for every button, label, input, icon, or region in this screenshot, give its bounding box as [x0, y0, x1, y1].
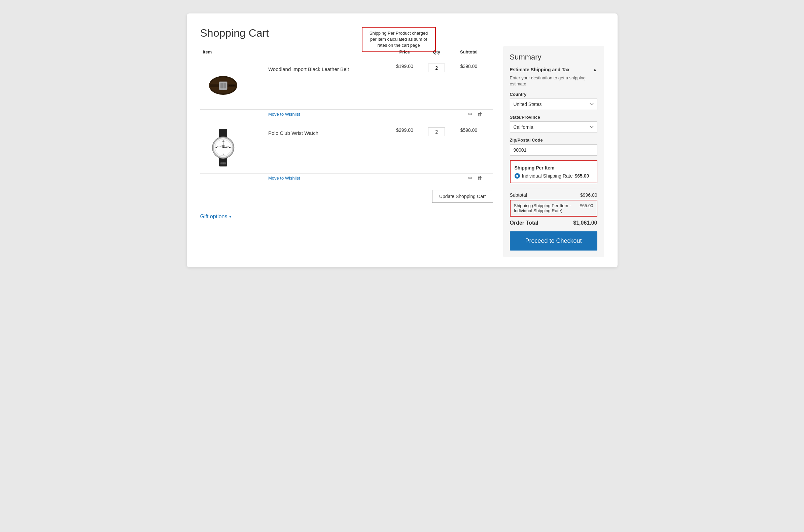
subtotal-label: Subtotal — [510, 192, 527, 198]
summary-title: Summary — [510, 53, 597, 61]
belt-qty-input[interactable] — [428, 63, 445, 72]
shipping-per-item-title: Shipping Per Item — [515, 165, 593, 171]
watch-delete-icon[interactable]: 🗑 — [477, 175, 482, 181]
col-item-header: Item — [200, 46, 389, 58]
belt-qty-cell — [421, 58, 452, 110]
gift-options-toggle[interactable]: Gift options ▾ — [200, 213, 493, 220]
main-layout: Item Price Qty Subtotal — [200, 46, 604, 257]
order-total-label: Order Total — [510, 220, 538, 226]
country-label: Country — [510, 92, 597, 97]
belt-svg — [206, 67, 240, 100]
belt-name: Woodland Import Black Leather Belt — [268, 63, 386, 72]
zip-input[interactable] — [510, 144, 597, 156]
shipping-notice: Shipping Per Product charged per item ca… — [362, 27, 436, 52]
belt-delete-icon[interactable]: 🗑 — [477, 111, 482, 117]
watch-name: Polo Club Wrist Watch — [268, 128, 386, 136]
watch-image: XII III VI IX POLO CLUB — [203, 128, 243, 168]
svg-text:XII: XII — [222, 141, 224, 142]
summary-divider — [510, 189, 597, 189]
svg-text:VI: VI — [222, 153, 224, 154]
individual-shipping-label: Individual Shipping Rate — [522, 173, 573, 178]
summary-panel: Summary Estimate Shipping and Tax ▲ Ente… — [503, 46, 604, 257]
svg-point-7 — [229, 85, 231, 86]
shipping-line-box: Shipping (Shipping Per Item - Individual… — [510, 200, 597, 216]
belt-subtotal: $398.00 — [452, 58, 485, 110]
individual-shipping-option[interactable]: Individual Shipping Rate $65.00 — [515, 173, 593, 178]
cart-table: Item Price Qty Subtotal — [200, 46, 493, 207]
checkout-button[interactable]: Proceed to Checkout — [510, 231, 597, 250]
estimate-shipping-header: Estimate Shipping and Tax ▲ — [510, 67, 597, 72]
belt-price: $199.00 — [389, 58, 421, 110]
state-label: State/Province — [510, 115, 597, 120]
table-row: Woodland Import Black Leather Belt $199.… — [200, 58, 493, 110]
estimate-shipping-label: Estimate Shipping and Tax — [510, 67, 570, 72]
estimate-shipping-desc: Enter your destination to get a shipping… — [510, 75, 597, 87]
subtotal-value: $996.00 — [580, 192, 597, 198]
subtotal-row: Subtotal $996.00 — [510, 192, 597, 198]
belt-image — [203, 63, 243, 104]
watch-bottom-row: Move to Wishlist ✏ 🗑 — [266, 173, 485, 186]
individual-shipping-price: $65.00 — [575, 173, 589, 178]
svg-point-8 — [231, 85, 233, 86]
shipping-value: $65.00 — [580, 203, 593, 213]
belt-edit-icon[interactable]: ✏ — [468, 111, 473, 117]
update-cart-row: Update Shopping Cart — [200, 186, 493, 207]
gift-options-chevron-icon: ▾ — [229, 214, 231, 219]
item-name-cell: Polo Club Wrist Watch — [266, 122, 389, 173]
svg-rect-31 — [233, 147, 234, 149]
belt-bottom-row: Move to Wishlist ✏ 🗑 — [266, 110, 485, 122]
country-select[interactable]: United States — [510, 98, 597, 110]
page-card: Shopping Cart Shipping Per Product charg… — [187, 14, 618, 267]
state-select[interactable]: California — [510, 121, 597, 133]
belt-meta-row: Move to Wishlist ✏ 🗑 — [200, 110, 493, 122]
individual-shipping-radio[interactable] — [515, 173, 520, 178]
gift-options-label: Gift options — [200, 213, 227, 220]
update-cart-button[interactable]: Update Shopping Cart — [432, 190, 493, 203]
watch-svg: XII III VI IX POLO CLUB — [206, 128, 240, 168]
update-cart-cell: Update Shopping Cart — [200, 186, 493, 207]
item-name-cell: Woodland Import Black Leather Belt — [266, 58, 389, 110]
watch-qty-input[interactable] — [428, 128, 445, 136]
cart-section: Item Price Qty Subtotal — [200, 46, 493, 220]
watch-subtotal: $598.00 — [452, 122, 485, 173]
item-image-cell: XII III VI IX POLO CLUB — [200, 122, 266, 173]
shipping-per-item-box: Shipping Per Item Individual Shipping Ra… — [510, 160, 597, 183]
item-image-cell — [200, 58, 266, 110]
watch-price: $299.00 — [389, 122, 421, 173]
order-total-value: $1,061.00 — [573, 220, 597, 226]
svg-text:POLO: POLO — [217, 146, 221, 147]
svg-point-30 — [222, 147, 224, 148]
order-total-row: Order Total $1,061.00 — [510, 220, 597, 226]
table-row: XII III VI IX POLO CLUB — [200, 122, 493, 173]
watch-edit-icon[interactable]: ✏ — [468, 175, 473, 181]
svg-text:CLUB: CLUB — [225, 146, 229, 147]
belt-wishlist-link[interactable]: Move to Wishlist — [268, 112, 300, 117]
zip-label: Zip/Postal Code — [510, 137, 597, 142]
watch-qty-cell — [421, 122, 452, 173]
col-subtotal-header: Subtotal — [452, 46, 485, 58]
svg-point-9 — [233, 85, 235, 86]
shipping-label: Shipping (Shipping Per Item - Individual… — [514, 203, 580, 213]
estimate-shipping-collapse-icon[interactable]: ▲ — [593, 67, 597, 72]
watch-wishlist-link[interactable]: Move to Wishlist — [268, 175, 300, 180]
shipping-line-inner: Shipping (Shipping Per Item - Individual… — [514, 203, 593, 213]
watch-meta-row: Move to Wishlist ✏ 🗑 — [200, 173, 493, 186]
